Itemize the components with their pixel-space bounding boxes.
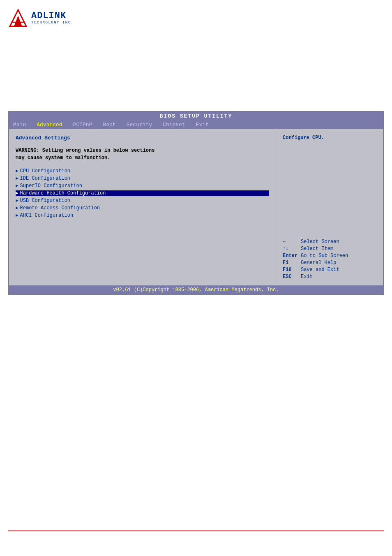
- left-panel: Advanced Settings WARNING: Setting wrong…: [9, 129, 276, 285]
- entry-cpu-configuration[interactable]: ► CPU Configuration: [16, 168, 269, 174]
- key-legend: ← Select Screen ↑↓ Select Item Enter Go …: [283, 239, 376, 280]
- entry-ide-configuration[interactable]: ► IDE Configuration: [16, 176, 269, 181]
- left-panel-title: Advanced Settings: [16, 135, 269, 141]
- menu-item-chipset[interactable]: Chipset: [161, 121, 187, 128]
- warning-text: WARNING: Setting wrong values in below s…: [16, 147, 269, 162]
- bios-container: BIOS SETUP UTILITY Main Advanced PCIPnP …: [8, 111, 384, 295]
- entry-usb-configuration[interactable]: ► USB Configuration: [16, 198, 269, 204]
- logo-text: ADLINK TECHNOLOGY INC.: [31, 11, 74, 25]
- key-esc-desc: Exit: [301, 274, 313, 280]
- key-row-esc: ESC Exit: [283, 274, 376, 280]
- arrow-icon-remote: ►: [16, 206, 18, 211]
- key-row-select-screen: ← Select Screen: [283, 239, 376, 245]
- entry-remote-access-configuration[interactable]: ► Remote Access Configuration: [16, 205, 269, 211]
- arrow-icon-ide: ►: [16, 176, 18, 181]
- arrow-icon-ahci: ►: [16, 213, 18, 218]
- key-f1-desc: General Help: [301, 260, 336, 266]
- bios-content: Advanced Settings WARNING: Setting wrong…: [9, 129, 383, 285]
- entry-hardware-label: Hardware Health Configuration: [20, 190, 106, 196]
- key-row-enter: Enter Go to Sub Screen: [283, 253, 376, 259]
- entry-ide-label: IDE Configuration: [20, 176, 70, 181]
- warning-line2: may cause system to malfunction.: [16, 155, 110, 161]
- key-row-select-item: ↑↓ Select Item: [283, 246, 376, 252]
- key-row-f1: F1 General Help: [283, 260, 376, 266]
- menu-item-main[interactable]: Main: [12, 121, 28, 128]
- key-select-item-desc: Select Item: [301, 246, 333, 252]
- menu-item-security[interactable]: Security: [125, 121, 154, 128]
- entry-cpu-label: CPU Configuration: [20, 168, 70, 174]
- entry-ahci-configuration[interactable]: ► AHCI Configuration: [16, 213, 269, 218]
- key-f10: F10: [283, 267, 297, 273]
- menu-bar: Main Advanced PCIPnP Boot Security Chips…: [9, 120, 383, 129]
- key-f10-desc: Save and Exit: [301, 267, 339, 273]
- logo-area: ADLINK TECHNOLOGY INC.: [8, 8, 74, 28]
- logo-sub-label: TECHNOLOGY INC.: [31, 21, 74, 25]
- entry-superio-label: SuperIO Configuration: [20, 183, 82, 189]
- arrow-icon-cpu: ►: [16, 169, 18, 174]
- key-enter-desc: Go to Sub Screen: [301, 253, 348, 259]
- bios-title: BIOS SETUP UTILITY: [9, 112, 383, 120]
- key-enter: Enter: [283, 253, 297, 259]
- bios-footer: v02.61 (C)Copyright 1985-2006, American …: [9, 285, 383, 294]
- menu-item-pcipnp[interactable]: PCIPnP: [71, 121, 94, 128]
- entry-remote-label: Remote Access Configuration: [20, 205, 100, 211]
- help-text: Configure CPU.: [283, 135, 376, 141]
- arrow-icon-superio: ►: [16, 183, 18, 188]
- bottom-line: [8, 531, 384, 531]
- arrow-icon-usb: ►: [16, 198, 18, 203]
- key-f1: F1: [283, 260, 297, 266]
- logo-adlink-label: ADLINK: [31, 11, 74, 21]
- arrow-icon-hardware: ►: [16, 191, 18, 196]
- key-select-screen-desc: Select Screen: [301, 239, 339, 245]
- entry-usb-label: USB Configuration: [20, 198, 70, 204]
- warning-line1: WARNING: Setting wrong values in below s…: [16, 148, 154, 153]
- menu-item-exit[interactable]: Exit: [194, 121, 210, 128]
- adlink-logo-icon: [8, 8, 28, 28]
- entry-hardware-health-configuration[interactable]: ► Hardware Health Configuration: [16, 190, 269, 196]
- entry-superio-configuration[interactable]: ► SuperIO Configuration: [16, 183, 269, 189]
- menu-item-advanced[interactable]: Advanced: [35, 121, 64, 128]
- key-esc: ESC: [283, 274, 297, 280]
- menu-item-boot[interactable]: Boot: [101, 121, 117, 128]
- entry-ahci-label: AHCI Configuration: [20, 213, 74, 218]
- right-panel: Configure CPU. ← Select Screen ↑↓ Select…: [276, 129, 383, 285]
- key-arrow-left: ←: [283, 239, 297, 245]
- svg-marker-1: [14, 16, 22, 26]
- menu-entries: ► CPU Configuration ► IDE Configuration …: [16, 168, 269, 218]
- key-row-f10: F10 Save and Exit: [283, 267, 376, 273]
- key-updown: ↑↓: [283, 246, 297, 252]
